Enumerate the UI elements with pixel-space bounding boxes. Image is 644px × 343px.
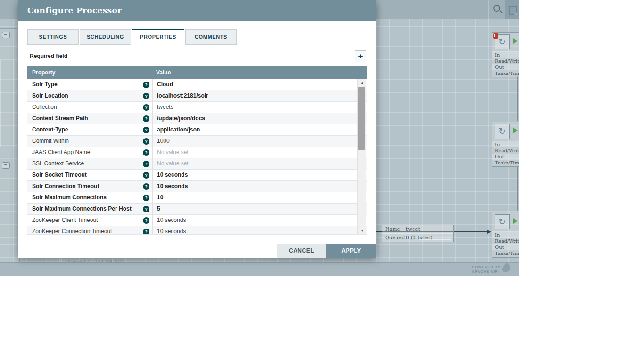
tab-properties[interactable]: PROPERTIES: [132, 29, 184, 45]
scroll-down-icon[interactable]: ▼: [358, 229, 366, 232]
processor-stat-read-write: Read/Write: [492, 238, 519, 244]
property-name: ZooKeeper Connection Timeout: [32, 226, 112, 235]
play-icon: [513, 38, 518, 44]
property-value[interactable]: 10 seconds: [157, 181, 188, 192]
help-icon[interactable]: ?: [143, 115, 149, 122]
property-name: Solr Connection Timeout: [32, 181, 99, 192]
property-value[interactable]: 10: [157, 192, 163, 203]
property-row[interactable]: Solr Type ? Cloud: [27, 79, 367, 90]
processor-stat-read-write: Read/Write: [492, 58, 519, 64]
tab-settings[interactable]: SETTINGS: [27, 29, 79, 45]
help-icon[interactable]: ?: [143, 217, 149, 224]
process-group[interactable]: [0, 28, 17, 157]
tab-scheduling[interactable]: SCHEDULING: [80, 29, 131, 45]
connection-label[interactable]: Nametweet Queued0 (0 bytes): [382, 225, 454, 242]
processor-stat-out: Out: [492, 64, 519, 70]
property-name: Content-Type: [32, 124, 68, 135]
connection-line[interactable]: [517, 76, 518, 121]
property-name: JAAS Client App Name: [32, 147, 90, 158]
property-name: Collection: [32, 102, 57, 113]
help-icon[interactable]: ?: [143, 127, 149, 133]
property-name: SSL Context Service: [32, 158, 84, 169]
property-row[interactable]: Solr Location ? localhost:2181/solr: [27, 90, 367, 102]
property-value[interactable]: application/json: [157, 124, 200, 135]
property-name: ZooKeeper Client Timeout: [32, 215, 98, 226]
property-value[interactable]: 10 seconds: [157, 215, 186, 226]
processor-stat-in: In: [492, 141, 519, 147]
powered-by-line1: POWERED BY: [472, 265, 501, 270]
help-icon[interactable]: ?: [143, 149, 149, 156]
property-row[interactable]: Solr Socket Timeout ? 10 seconds: [27, 170, 367, 181]
search-button[interactable]: [488, 0, 505, 19]
apply-button[interactable]: APPLY: [326, 244, 376, 258]
process-group[interactable]: [0, 159, 20, 276]
cancel-button[interactable]: CANCEL: [277, 244, 326, 258]
powered-by-label: POWERED BY APACHE NIFI: [472, 265, 501, 274]
property-value[interactable]: Cloud: [157, 79, 173, 90]
property-value[interactable]: 1000: [157, 136, 170, 147]
help-icon[interactable]: ?: [143, 183, 149, 190]
connection-name-key: Name: [385, 225, 406, 233]
column-header-value: Value: [156, 66, 171, 79]
property-value[interactable]: No value set: [157, 147, 189, 158]
connection-queued-key: Queued: [385, 234, 406, 242]
processor-icon: ↻: [495, 214, 510, 229]
help-icon[interactable]: ?: [143, 138, 149, 145]
add-property-button[interactable]: +: [355, 50, 366, 62]
note-icon: [509, 6, 517, 15]
processor-node[interactable]: ↻ InRead/WriteOutTasks/Time: [492, 122, 519, 167]
property-name: Solr Type: [32, 79, 58, 90]
property-row[interactable]: Solr Maximum Connections Per Host ? 5: [27, 204, 367, 215]
scrollbar-thumb[interactable]: [358, 87, 365, 150]
property-row[interactable]: SSL Context Service ? No value set: [27, 158, 367, 170]
help-icon[interactable]: ?: [143, 172, 149, 179]
search-icon: [493, 5, 500, 12]
help-icon[interactable]: ?: [143, 82, 149, 88]
processor-icon: ↻: [495, 124, 510, 139]
property-name: Commit Within: [32, 136, 69, 147]
property-row[interactable]: JAAS Client App Name ? No value set: [27, 147, 367, 158]
scroll-up-icon[interactable]: ▲: [358, 81, 366, 84]
collapse-icon[interactable]: [2, 162, 10, 169]
processor-stats: InRead/WriteOutTasks/Time: [492, 231, 519, 256]
property-row[interactable]: ZooKeeper Connection Timeout ? 10 second…: [27, 226, 367, 235]
property-row[interactable]: Content Stream Path ? /update/json/docs: [27, 113, 367, 124]
collapse-icon[interactable]: [2, 32, 10, 38]
help-icon[interactable]: ?: [143, 195, 149, 201]
property-row[interactable]: ZooKeeper Client Timeout ? 10 seconds: [27, 215, 367, 226]
property-name: Solr Maximum Connections: [32, 192, 107, 203]
processor-stat-tasks-time: Tasks/Time: [492, 160, 519, 166]
connection-line[interactable]: [517, 166, 518, 211]
processor-node[interactable]: ↻ R R InRead/WriteOutTasks/Time: [492, 212, 519, 258]
property-value[interactable]: tweets: [157, 102, 173, 113]
processor-header: ↻: [492, 33, 519, 51]
note-button[interactable]: [505, 0, 519, 19]
table-scrollbar[interactable]: ▲ ▼: [357, 79, 366, 234]
processor-node[interactable]: ↻ InRead/WriteOutTasks/Time: [492, 32, 519, 77]
column-header-property: Property: [32, 66, 55, 79]
help-icon[interactable]: ?: [143, 161, 149, 167]
property-value[interactable]: /update/json/docs: [157, 113, 205, 124]
play-icon: [513, 218, 518, 224]
processor-header: ↻: [492, 122, 519, 141]
property-value[interactable]: localhost:2181/solr: [157, 90, 208, 101]
help-icon[interactable]: ?: [143, 104, 149, 111]
property-value[interactable]: 5: [157, 204, 160, 214]
property-row[interactable]: Collection ? tweets: [27, 102, 367, 113]
property-value[interactable]: No value set: [157, 158, 189, 169]
property-row[interactable]: Content-Type ? application/json: [27, 124, 367, 136]
properties-rows: Solr Type ? Cloud Solr Location ? localh…: [27, 79, 367, 235]
property-name: Content Stream Path: [32, 113, 88, 124]
column-divider: [277, 79, 277, 234]
help-icon[interactable]: ?: [143, 206, 149, 212]
property-value[interactable]: 10 seconds: [157, 226, 186, 235]
help-icon[interactable]: ?: [143, 93, 149, 99]
tab-comments[interactable]: COMMENTS: [185, 29, 237, 45]
processor-stat-out: Out: [492, 244, 519, 250]
property-value[interactable]: 10 seconds: [157, 170, 188, 180]
property-row[interactable]: Commit Within ? 1000: [27, 136, 367, 147]
property-row[interactable]: Solr Maximum Connections ? 10: [27, 192, 367, 204]
property-row[interactable]: Solr Connection Timeout ? 10 seconds: [27, 181, 367, 192]
connection-queued-row: Queued0 (0 bytes): [382, 234, 453, 242]
help-icon[interactable]: ?: [143, 229, 149, 235]
